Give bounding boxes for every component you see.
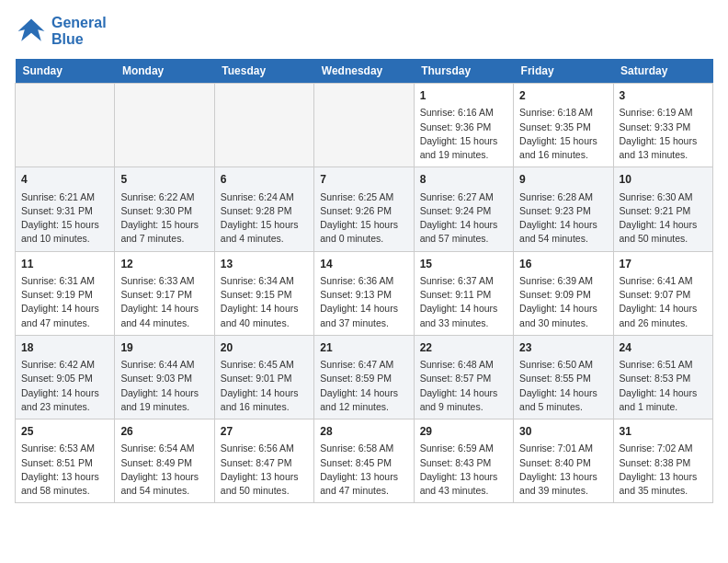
day-cell (16, 84, 115, 167)
day-info: Sunrise: 6:37 AM Sunset: 9:11 PM Dayligh… (420, 274, 507, 330)
day-info: Sunrise: 6:48 AM Sunset: 8:57 PM Dayligh… (420, 358, 507, 414)
day-number: 20 (221, 340, 308, 356)
week-row-1: 1Sunrise: 6:16 AM Sunset: 9:36 PM Daylig… (16, 84, 713, 167)
day-info: Sunrise: 6:22 AM Sunset: 9:30 PM Dayligh… (120, 190, 208, 247)
day-number: 19 (120, 340, 208, 356)
day-number: 6 (221, 172, 308, 188)
day-number: 2 (519, 88, 607, 104)
day-info: Sunrise: 6:21 AM Sunset: 9:31 PM Dayligh… (21, 190, 108, 247)
day-cell: 10Sunrise: 6:30 AM Sunset: 9:21 PM Dayli… (613, 167, 712, 251)
day-cell: 3Sunrise: 6:19 AM Sunset: 9:33 PM Daylig… (613, 84, 712, 167)
day-cell: 5Sunrise: 6:22 AM Sunset: 9:30 PM Daylig… (115, 167, 214, 251)
header-row: SundayMondayTuesdayWednesdayThursdayFrid… (16, 59, 713, 84)
day-cell: 12Sunrise: 6:33 AM Sunset: 9:17 PM Dayli… (115, 251, 214, 335)
day-number: 18 (21, 340, 108, 356)
day-cell: 11Sunrise: 6:31 AM Sunset: 9:19 PM Dayli… (16, 251, 115, 335)
svg-marker-0 (18, 19, 45, 41)
header-cell-sunday: Sunday (16, 59, 115, 84)
logo-icon (15, 15, 48, 48)
week-row-3: 11Sunrise: 6:31 AM Sunset: 9:19 PM Dayli… (16, 251, 713, 335)
day-number: 21 (320, 340, 407, 356)
day-info: Sunrise: 6:41 AM Sunset: 9:07 PM Dayligh… (620, 274, 707, 330)
day-info: Sunrise: 6:31 AM Sunset: 9:19 PM Dayligh… (21, 274, 108, 330)
day-number: 7 (320, 172, 407, 188)
day-cell: 22Sunrise: 6:48 AM Sunset: 8:57 PM Dayli… (414, 335, 513, 419)
day-number: 23 (519, 340, 607, 356)
day-info: Sunrise: 6:34 AM Sunset: 9:15 PM Dayligh… (221, 274, 308, 330)
day-cell: 29Sunrise: 6:59 AM Sunset: 8:43 PM Dayli… (414, 419, 513, 503)
day-cell: 13Sunrise: 6:34 AM Sunset: 9:15 PM Dayli… (214, 251, 313, 335)
day-cell: 15Sunrise: 6:37 AM Sunset: 9:11 PM Dayli… (414, 251, 513, 335)
day-number: 29 (420, 424, 507, 440)
logo: General Blue (15, 15, 107, 48)
day-cell: 30Sunrise: 7:01 AM Sunset: 8:40 PM Dayli… (514, 419, 613, 503)
day-info: Sunrise: 6:54 AM Sunset: 8:49 PM Dayligh… (120, 442, 208, 498)
day-number: 13 (221, 257, 308, 272)
day-cell (314, 84, 414, 167)
day-cell: 14Sunrise: 6:36 AM Sunset: 9:13 PM Dayli… (314, 251, 414, 335)
calendar-header: SundayMondayTuesdayWednesdayThursdayFrid… (16, 59, 713, 84)
day-info: Sunrise: 6:27 AM Sunset: 9:24 PM Dayligh… (420, 190, 507, 247)
day-cell: 25Sunrise: 6:53 AM Sunset: 8:51 PM Dayli… (16, 419, 115, 503)
week-row-5: 25Sunrise: 6:53 AM Sunset: 8:51 PM Dayli… (16, 419, 713, 503)
page-header: General Blue (15, 15, 713, 48)
day-info: Sunrise: 6:33 AM Sunset: 9:17 PM Dayligh… (120, 274, 208, 330)
day-number: 11 (21, 257, 108, 272)
day-cell: 19Sunrise: 6:44 AM Sunset: 9:03 PM Dayli… (115, 335, 214, 419)
day-info: Sunrise: 6:56 AM Sunset: 8:47 PM Dayligh… (221, 442, 308, 498)
day-number: 5 (120, 172, 208, 188)
day-info: Sunrise: 6:42 AM Sunset: 9:05 PM Dayligh… (21, 358, 108, 414)
header-cell-thursday: Thursday (414, 59, 513, 84)
day-info: Sunrise: 6:45 AM Sunset: 9:01 PM Dayligh… (221, 358, 308, 414)
day-info: Sunrise: 6:36 AM Sunset: 9:13 PM Dayligh… (320, 274, 407, 330)
day-number: 24 (620, 340, 707, 356)
day-info: Sunrise: 6:25 AM Sunset: 9:26 PM Dayligh… (320, 190, 407, 247)
day-cell: 18Sunrise: 6:42 AM Sunset: 9:05 PM Dayli… (16, 335, 115, 419)
day-cell: 17Sunrise: 6:41 AM Sunset: 9:07 PM Dayli… (613, 251, 712, 335)
logo-text: General Blue (51, 15, 107, 47)
day-cell: 7Sunrise: 6:25 AM Sunset: 9:26 PM Daylig… (314, 167, 414, 251)
day-cell: 26Sunrise: 6:54 AM Sunset: 8:49 PM Dayli… (115, 419, 214, 503)
day-info: Sunrise: 6:51 AM Sunset: 8:53 PM Dayligh… (620, 358, 707, 414)
calendar-table: SundayMondayTuesdayWednesdayThursdayFrid… (15, 59, 713, 503)
day-cell: 4Sunrise: 6:21 AM Sunset: 9:31 PM Daylig… (16, 167, 115, 251)
day-number: 1 (420, 88, 507, 104)
day-info: Sunrise: 7:01 AM Sunset: 8:40 PM Dayligh… (519, 442, 607, 498)
day-info: Sunrise: 6:18 AM Sunset: 9:35 PM Dayligh… (519, 106, 607, 162)
day-number: 30 (519, 424, 607, 440)
day-info: Sunrise: 6:24 AM Sunset: 9:28 PM Dayligh… (221, 190, 308, 247)
day-info: Sunrise: 6:53 AM Sunset: 8:51 PM Dayligh… (21, 442, 108, 498)
week-row-4: 18Sunrise: 6:42 AM Sunset: 9:05 PM Dayli… (16, 335, 713, 419)
day-cell: 20Sunrise: 6:45 AM Sunset: 9:01 PM Dayli… (214, 335, 313, 419)
calendar-body: 1Sunrise: 6:16 AM Sunset: 9:36 PM Daylig… (16, 84, 713, 503)
day-number: 17 (620, 257, 707, 272)
day-cell: 28Sunrise: 6:58 AM Sunset: 8:45 PM Dayli… (314, 419, 414, 503)
header-cell-monday: Monday (115, 59, 214, 84)
header-cell-saturday: Saturday (613, 59, 712, 84)
day-info: Sunrise: 6:39 AM Sunset: 9:09 PM Dayligh… (519, 274, 607, 330)
day-info: Sunrise: 6:58 AM Sunset: 8:45 PM Dayligh… (320, 442, 407, 498)
day-number: 25 (21, 424, 108, 440)
day-info: Sunrise: 6:59 AM Sunset: 8:43 PM Dayligh… (420, 442, 507, 498)
day-info: Sunrise: 6:16 AM Sunset: 9:36 PM Dayligh… (420, 106, 507, 162)
day-number: 22 (420, 340, 507, 356)
day-cell: 16Sunrise: 6:39 AM Sunset: 9:09 PM Dayli… (514, 251, 613, 335)
header-cell-tuesday: Tuesday (214, 59, 313, 84)
day-info: Sunrise: 6:47 AM Sunset: 8:59 PM Dayligh… (320, 358, 407, 414)
day-cell: 6Sunrise: 6:24 AM Sunset: 9:28 PM Daylig… (214, 167, 313, 251)
header-cell-friday: Friday (514, 59, 613, 84)
day-number: 28 (320, 424, 407, 440)
day-number: 4 (21, 172, 108, 188)
day-info: Sunrise: 6:30 AM Sunset: 9:21 PM Dayligh… (620, 190, 707, 247)
day-number: 10 (620, 172, 707, 188)
day-info: Sunrise: 6:44 AM Sunset: 9:03 PM Dayligh… (120, 358, 208, 414)
day-cell: 21Sunrise: 6:47 AM Sunset: 8:59 PM Dayli… (314, 335, 414, 419)
header-cell-wednesday: Wednesday (314, 59, 414, 84)
day-number: 26 (120, 424, 208, 440)
day-number: 8 (420, 172, 507, 188)
week-row-2: 4Sunrise: 6:21 AM Sunset: 9:31 PM Daylig… (16, 167, 713, 251)
day-number: 12 (120, 257, 208, 272)
day-number: 15 (420, 257, 507, 272)
day-cell (115, 84, 214, 167)
day-cell: 27Sunrise: 6:56 AM Sunset: 8:47 PM Dayli… (214, 419, 313, 503)
